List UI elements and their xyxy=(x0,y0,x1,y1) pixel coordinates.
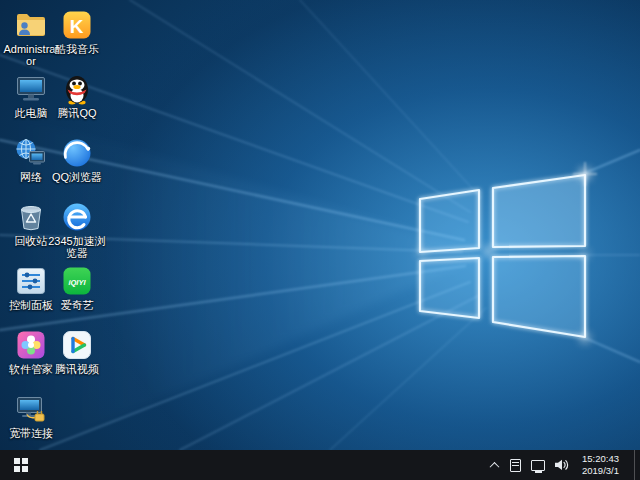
2345-browser-icon xyxy=(60,200,94,234)
windows-logo-icon xyxy=(14,458,28,472)
speaker-icon xyxy=(555,459,569,471)
start-button[interactable] xyxy=(0,450,42,480)
desktop-icon-2345-browser[interactable]: 2345加速浏览器 xyxy=(46,200,108,260)
desktop-icon-broadband-connection[interactable]: 宽带连接 xyxy=(0,392,62,450)
control-panel-icon xyxy=(14,264,48,298)
tencent-video-icon xyxy=(60,328,94,362)
desktop-icon-label: 2345加速浏览器 xyxy=(47,235,107,260)
clock-date: 2019/3/1 xyxy=(582,465,619,477)
desktop-icon-label: 宽带连接 xyxy=(9,427,53,439)
volume-tray-icon[interactable] xyxy=(554,450,570,480)
ime-tray-icon[interactable] xyxy=(509,450,522,480)
qq-browser-icon xyxy=(60,136,94,170)
taskbar-clock[interactable]: 15:20:43 2019/3/1 xyxy=(578,450,626,480)
network-tray-icon[interactable] xyxy=(530,450,546,480)
desktop-icon-qq-browser[interactable]: QQ浏览器 xyxy=(46,136,108,196)
desktop-icon-label: QQ浏览器 xyxy=(52,171,102,183)
desktop-icon-label: 网络 xyxy=(20,171,42,183)
desktop-icon-label: 爱奇艺 xyxy=(61,299,94,311)
document-icon xyxy=(510,459,521,472)
user-folder-icon xyxy=(14,8,48,42)
desktop-icon-label: 回收站 xyxy=(15,235,48,247)
show-desktop-button[interactable] xyxy=(634,450,640,480)
computer-monitor-icon xyxy=(14,72,48,106)
taskbar: 15:20:43 2019/3/1 xyxy=(0,450,640,480)
kuwo-k-glyph: K xyxy=(70,16,84,37)
clock-time: 15:20:43 xyxy=(582,453,619,465)
desktop: Administrator 此电脑 网络 回收站 xyxy=(0,0,640,450)
broadband-connection-icon xyxy=(14,392,48,426)
desktop-icon-iqiyi[interactable]: iQIYI 爱奇艺 xyxy=(46,264,108,324)
system-tray: 15:20:43 2019/3/1 xyxy=(487,450,640,480)
chevron-up-icon xyxy=(489,461,499,471)
hidden-icons-button[interactable] xyxy=(487,450,501,480)
desktop-icon-label: 此电脑 xyxy=(15,107,48,119)
kuwo-music-icon: K xyxy=(60,8,94,42)
desktop-icon-label: 酷我音乐 xyxy=(55,43,99,55)
desktop-icon-kuwo-music[interactable]: K 酷我音乐 xyxy=(46,8,108,68)
iqiyi-icon: iQIYI xyxy=(60,264,94,298)
network-globe-icon xyxy=(14,136,48,170)
desktop-icon-tencent-video[interactable]: 腾讯视频 xyxy=(46,328,108,388)
desktop-icon-label: 腾讯视频 xyxy=(55,363,99,375)
software-manager-icon xyxy=(14,328,48,362)
qq-penguin-icon xyxy=(60,72,94,106)
desktop-icon-label: 腾讯QQ xyxy=(57,107,96,119)
network-monitor-icon xyxy=(531,460,545,471)
desktop-icon-tencent-qq[interactable]: 腾讯QQ xyxy=(46,72,108,132)
iqiyi-wordmark: iQIYI xyxy=(68,278,86,287)
recycle-bin-icon xyxy=(14,200,48,234)
